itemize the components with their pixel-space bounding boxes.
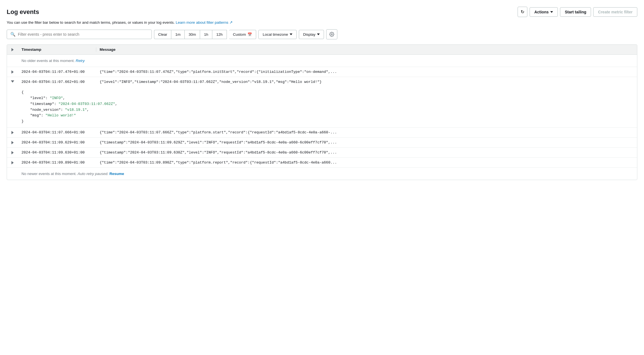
actions-chevron-icon (550, 11, 553, 13)
table-row: 2024-04-03T04:11:09.890+01:00 {"time":"2… (7, 158, 637, 167)
expand-header-cell (7, 47, 18, 52)
actions-button[interactable]: Actions (530, 7, 558, 17)
expand-cell-4[interactable] (7, 140, 18, 144)
expand-row-3-icon[interactable] (11, 131, 14, 134)
search-wrapper: 🔍 (7, 30, 152, 39)
start-tailing-button[interactable]: Start tailing (560, 7, 591, 17)
message-header: Message (96, 47, 637, 52)
timestamp-2: 2024-04-03T04:11:07.662+01:00 (18, 80, 96, 84)
log-row-6: 2024-04-03T04:11:09.890+01:00 {"time":"2… (7, 158, 637, 167)
description-text: You can use the filter bar below to sear… (7, 20, 637, 25)
log-row-5: 2024-04-03T04:11:09.630+01:00 {"timestam… (7, 148, 637, 157)
log-row-2: 2024-04-03T04:11:07.662+01:00 {"level":"… (7, 77, 637, 87)
table-row: 2024-04-03T04:11:09.630+01:00 {"timestam… (7, 148, 637, 158)
timezone-button[interactable]: Local timezone (258, 30, 297, 39)
log-row-1: 2024-04-03T04:11:07.476+01:00 {"time":"2… (7, 67, 637, 77)
expand-row-2-icon[interactable] (11, 80, 14, 83)
expand-row-5-icon[interactable] (11, 151, 14, 154)
search-icon: 🔍 (10, 32, 16, 37)
timestamp-1: 2024-04-03T04:11:07.476+01:00 (18, 70, 96, 74)
message-4: {"timestamp":"2024-04-03T03:11:09.629Z",… (96, 140, 637, 145)
custom-time-button[interactable]: Custom 📅 (229, 30, 256, 39)
calendar-icon: 📅 (247, 32, 252, 37)
timestamp-header: Timestamp (18, 47, 96, 52)
timestamp-6: 2024-04-03T04:11:09.890+01:00 (18, 160, 96, 165)
svg-point-0 (331, 34, 333, 35)
expand-all-icon[interactable] (11, 48, 14, 51)
display-button[interactable]: Display (299, 30, 324, 39)
display-chevron-icon (317, 33, 320, 35)
message-5: {"timestamp":"2024-04-03T03:11:09.630Z",… (96, 150, 637, 155)
log-row-4: 2024-04-03T04:11:09.629+01:00 {"timestam… (7, 138, 637, 147)
retry-link[interactable]: Retry (76, 59, 85, 63)
table-row: 2024-04-03T04:11:07.666+01:00 {"time":"2… (7, 128, 637, 138)
table-row: 2024-04-03T04:11:07.662+01:00 {"level":"… (7, 77, 637, 128)
expand-cell-2[interactable] (7, 80, 18, 83)
time-1m-button[interactable]: 1m (171, 30, 184, 39)
message-2: {"level":"INFO","timestamp":"2024-04-03T… (96, 80, 637, 84)
expand-cell-3[interactable] (7, 130, 18, 134)
table-header: Timestamp Message (7, 45, 637, 55)
time-1h-button[interactable]: 1h (200, 30, 212, 39)
resume-link[interactable]: Resume (109, 172, 124, 176)
create-metric-filter-button: Create metric filter (593, 7, 637, 17)
time-filter-buttons: Clear 1m 30m 1h 12h Custom 📅 (154, 30, 256, 39)
filter-row: 🔍 Clear 1m 30m 1h 12h Custom 📅 (7, 29, 637, 39)
timestamp-3: 2024-04-03T04:11:07.666+01:00 (18, 130, 96, 135)
table-row: 2024-04-03T04:11:07.476+01:00 {"time":"2… (7, 67, 637, 77)
create-metric-filter-label: Create metric filter (598, 10, 633, 14)
timestamp-4: 2024-04-03T04:11:09.629+01:00 (18, 140, 96, 145)
expand-cell-5[interactable] (7, 150, 18, 154)
header-actions: ↻ Actions Start tailing Create metric fi… (518, 7, 637, 17)
gear-icon (329, 32, 334, 37)
settings-button[interactable] (326, 29, 337, 39)
clear-button[interactable]: Clear (154, 30, 171, 39)
message-3: {"time":"2024-04-03T03:11:07.666Z","type… (96, 130, 637, 135)
auto-retry-paused-text: Auto retry paused. (78, 172, 108, 176)
log-events-table: Timestamp Message No older events at thi… (7, 44, 637, 180)
page-title: Log events (7, 8, 39, 16)
expanded-json-2: { "level": "INFO", "timestamp": "2024-04… (7, 87, 637, 127)
table-row: 2024-04-03T04:11:09.629+01:00 {"timestam… (7, 138, 637, 148)
expand-row-4-icon[interactable] (11, 141, 14, 144)
external-link-icon: ↗ (229, 20, 233, 25)
message-1: {"time":"2024-04-03T03:11:07.476Z","type… (96, 70, 637, 74)
log-row-3: 2024-04-03T04:11:07.666+01:00 {"time":"2… (7, 128, 637, 137)
timezone-chevron-icon (290, 33, 292, 35)
refresh-icon: ↻ (521, 9, 524, 15)
no-older-events-row: No older events at this moment. Retry (7, 55, 637, 67)
refresh-button[interactable]: ↻ (518, 7, 527, 17)
no-newer-events-row: No newer events at this moment. Auto ret… (7, 167, 637, 180)
search-input[interactable] (18, 32, 148, 37)
expand-row-6-icon[interactable] (11, 161, 14, 164)
time-30m-button[interactable]: 30m (184, 30, 200, 39)
expand-cell-6[interactable] (7, 160, 18, 164)
actions-label: Actions (534, 10, 549, 14)
expand-row-1-icon[interactable] (11, 70, 14, 74)
expand-cell-1[interactable] (7, 70, 18, 74)
time-12h-button[interactable]: 12h (212, 30, 227, 39)
learn-more-link[interactable]: Learn more about filter patterns ↗ (176, 20, 233, 25)
start-tailing-label: Start tailing (565, 10, 586, 14)
timestamp-5: 2024-04-03T04:11:09.630+01:00 (18, 150, 96, 155)
message-6: {"time":"2024-04-03T03:11:09.890Z","type… (96, 160, 637, 165)
